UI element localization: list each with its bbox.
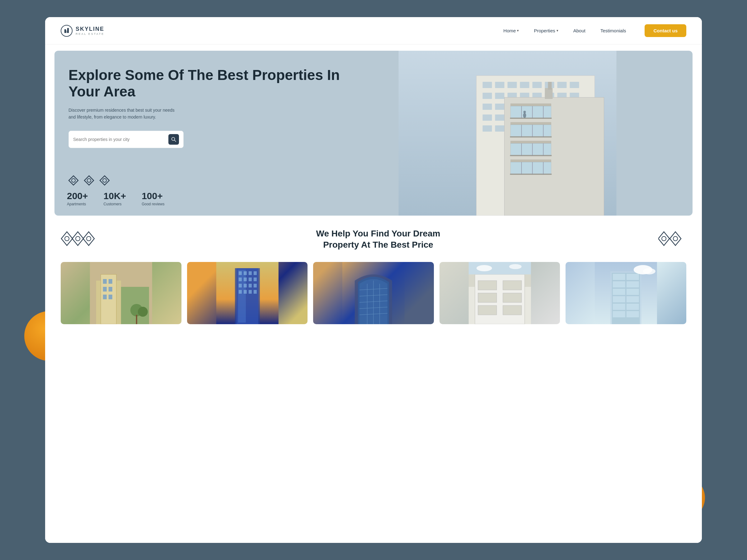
svg-rect-77 [548, 82, 552, 89]
property-image-2 [187, 262, 308, 324]
svg-rect-110 [238, 284, 241, 288]
svg-rect-65 [511, 143, 551, 156]
svg-rect-18 [570, 82, 579, 88]
svg-rect-70 [511, 160, 551, 162]
svg-rect-1 [65, 29, 66, 33]
property-illustration-5 [566, 262, 686, 324]
svg-rect-60 [510, 136, 552, 137]
nav-about[interactable]: About [573, 28, 586, 33]
property-card-3[interactable] [313, 262, 434, 324]
logo-area: SKYLINE REAL ESTATE [61, 25, 104, 37]
section-decoration-left [61, 230, 98, 248]
nav-home[interactable]: Home ▾ [503, 28, 519, 33]
stat-apartments: 200+ Apartments [67, 191, 88, 206]
svg-point-84 [673, 236, 677, 241]
svg-rect-94 [109, 295, 112, 299]
building-illustration [323, 51, 693, 216]
svg-rect-149 [613, 296, 625, 302]
nav-properties[interactable]: Properties ▾ [534, 28, 558, 33]
svg-rect-97 [136, 315, 137, 324]
contact-button[interactable]: Contact us [645, 24, 686, 37]
stats-icons-row [67, 174, 165, 187]
svg-rect-111 [243, 284, 247, 288]
svg-line-5 [175, 140, 176, 141]
nav-links: Home ▾ Properties ▾ About Testimonials [503, 28, 626, 33]
property-illustration-4 [439, 262, 560, 324]
svg-rect-76 [545, 88, 553, 99]
svg-rect-13 [508, 82, 517, 88]
svg-rect-11 [483, 82, 492, 88]
svg-point-139 [509, 264, 522, 269]
svg-point-83 [662, 236, 666, 241]
svg-rect-90 [109, 279, 112, 284]
svg-rect-105 [253, 271, 256, 275]
svg-rect-72 [510, 174, 552, 175]
stat-apartments-number: 200+ [67, 191, 88, 201]
property-illustration-3 [313, 262, 434, 324]
svg-point-78 [523, 113, 526, 118]
svg-point-6 [72, 179, 75, 182]
diamond-icon-2 [82, 174, 96, 187]
svg-point-156 [643, 268, 655, 274]
svg-rect-106 [238, 277, 241, 281]
svg-rect-52 [511, 104, 551, 106]
svg-rect-53 [511, 106, 551, 118]
svg-rect-136 [503, 305, 522, 315]
svg-rect-91 [103, 287, 107, 292]
property-illustration-1 [61, 262, 181, 324]
svg-rect-135 [503, 293, 522, 302]
stat-apartments-label: Apartments [67, 202, 88, 206]
logo-main-text: SKYLINE [76, 26, 104, 32]
svg-rect-36 [495, 114, 505, 121]
hero-title: Explore Some Of The Best Properties In Y… [69, 67, 358, 100]
svg-rect-114 [238, 290, 241, 294]
property-card-2[interactable] [187, 262, 308, 324]
nav-testimonials[interactable]: Testimonials [600, 28, 626, 33]
hero-content: Explore Some Of The Best Properties In Y… [54, 51, 374, 216]
svg-rect-89 [103, 279, 107, 284]
hero-subtitle: Discover premium residences that best su… [69, 107, 181, 121]
stat-customers-label: Customers [104, 202, 126, 206]
section-decoration-right [658, 230, 686, 248]
svg-rect-3 [66, 30, 68, 33]
svg-rect-27 [483, 104, 492, 110]
svg-rect-134 [503, 281, 522, 290]
search-button[interactable] [169, 134, 179, 145]
svg-rect-103 [243, 271, 247, 275]
section-title: We Help You Find Your Dream Property At … [105, 228, 651, 251]
main-card: SKYLINE REAL ESTATE Home ▾ Properties ▾ … [45, 17, 702, 543]
search-icon [171, 137, 176, 142]
svg-point-82 [86, 236, 91, 241]
svg-rect-12 [495, 82, 505, 88]
property-grid [61, 262, 686, 324]
stat-customers: 10K+ Customers [104, 191, 126, 206]
svg-rect-113 [253, 284, 256, 288]
svg-rect-112 [248, 284, 252, 288]
stats-container: 200+ Apartments 10K+ Customers 100+ Good… [67, 174, 165, 206]
svg-rect-44 [495, 125, 505, 132]
svg-rect-147 [613, 289, 625, 295]
property-card-1[interactable] [61, 262, 181, 324]
svg-point-7 [87, 179, 91, 182]
hero-image-area [323, 51, 693, 216]
svg-rect-104 [248, 271, 252, 275]
svg-rect-109 [253, 277, 256, 281]
property-image-4 [439, 262, 560, 324]
svg-point-138 [476, 265, 492, 271]
svg-point-79 [523, 111, 526, 113]
svg-rect-14 [520, 82, 530, 88]
property-card-5[interactable] [566, 262, 686, 324]
search-input[interactable] [73, 137, 169, 142]
svg-rect-15 [533, 82, 542, 88]
svg-rect-102 [238, 271, 241, 275]
stat-reviews: 100+ Good reviews [141, 191, 164, 206]
svg-point-81 [76, 236, 80, 241]
section-title-area: We Help You Find Your Dream Property At … [105, 228, 651, 251]
property-illustration-2 [187, 262, 308, 324]
svg-rect-116 [248, 290, 252, 294]
svg-rect-151 [613, 304, 625, 310]
property-card-4[interactable] [439, 262, 560, 324]
diamond-icon-3 [98, 174, 111, 187]
lower-section: We Help You Find Your Dream Property At … [45, 216, 702, 543]
property-image-3 [313, 262, 434, 324]
